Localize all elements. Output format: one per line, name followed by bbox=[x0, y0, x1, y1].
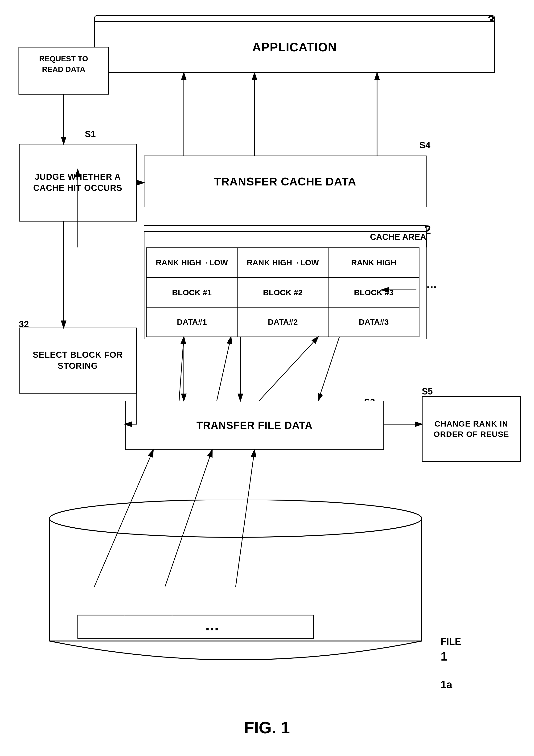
cache-row-2: BLOCK #1 BLOCK #2 BLOCK #3 bbox=[146, 277, 419, 307]
svg-line-20 bbox=[217, 337, 231, 401]
application-box: APPLICATION bbox=[94, 21, 495, 73]
cache-cell-r2c2: BLOCK #2 bbox=[237, 277, 328, 307]
cache-cell-r3c1: DATA#1 bbox=[146, 307, 237, 337]
cache-row-1: RANK HIGH→LOW RANK HIGH→LOW RANK HIGH bbox=[146, 247, 419, 277]
s4-label: S4 bbox=[419, 140, 430, 150]
cache-area-label: CACHE AREA bbox=[370, 232, 426, 242]
diagram: 3 APPLICATION S1 S4 JUDGE WHETHER A CACH… bbox=[0, 0, 534, 756]
file-label: FILE bbox=[441, 636, 461, 647]
select-block-box: SELECT BLOCK FOR STORING bbox=[19, 328, 137, 393]
cache-cell-r2c3: BLOCK #3 bbox=[328, 277, 419, 307]
storage-device: ... bbox=[47, 500, 424, 660]
cache-cell-r1c3: RANK HIGH bbox=[328, 247, 419, 277]
ref-1: 1 bbox=[441, 649, 447, 663]
svg-point-1 bbox=[49, 500, 422, 537]
cache-cell-r2c1: BLOCK #1 bbox=[146, 277, 237, 307]
ref-1a: 1a bbox=[441, 679, 452, 690]
cache-cell-r1c1: RANK HIGH→LOW bbox=[146, 247, 237, 277]
svg-line-19 bbox=[179, 337, 184, 401]
judge-box: JUDGE WHETHER A CACHE HIT OCCURS bbox=[19, 144, 137, 222]
svg-text:...: ... bbox=[205, 615, 219, 634]
change-rank-box: CHANGE RANK IN ORDER OF REUSE bbox=[422, 396, 521, 462]
svg-line-21 bbox=[259, 337, 318, 401]
cache-cell-r1c2: RANK HIGH→LOW bbox=[237, 247, 328, 277]
figure-label: FIG. 1 bbox=[244, 718, 290, 737]
cache-cell-r3c2: DATA#2 bbox=[237, 307, 328, 337]
cache-cells: RANK HIGH→LOW RANK HIGH→LOW RANK HIGH BL… bbox=[146, 247, 419, 337]
cache-dots: ... bbox=[427, 277, 437, 291]
cache-row-3: DATA#1 DATA#2 DATA#3 bbox=[146, 307, 419, 337]
transfer-cache-box: TRANSFER CACHE DATA bbox=[144, 155, 427, 207]
svg-line-18 bbox=[318, 337, 339, 401]
cache-cell-r3c3: DATA#3 bbox=[328, 307, 419, 337]
s5-label: S5 bbox=[422, 387, 433, 397]
svg-rect-2 bbox=[78, 615, 313, 639]
svg-text:REQUEST TO: REQUEST TO bbox=[39, 54, 88, 63]
s1-label: S1 bbox=[85, 129, 96, 139]
svg-text:READ DATA: READ DATA bbox=[42, 65, 85, 73]
transfer-file-box: TRANSFER FILE DATA bbox=[125, 401, 384, 450]
